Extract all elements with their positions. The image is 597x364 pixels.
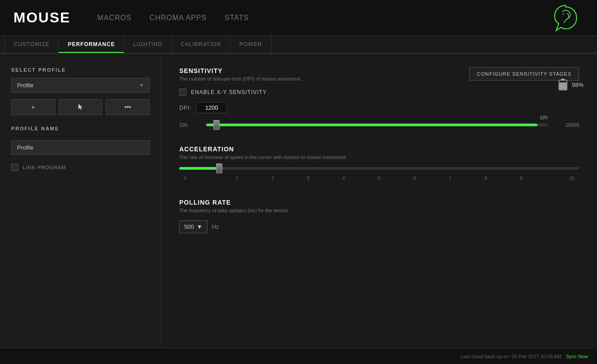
- acceleration-track-bg: [179, 167, 579, 170]
- nav-item-macros[interactable]: MACROS: [97, 12, 131, 24]
- footer-backup-text: Last cloud back-up on: 03 Feb 2017 10:04…: [460, 354, 561, 359]
- polling-rate-desc: The frequency of data updates (Hz) for t…: [179, 208, 579, 213]
- add-profile-button[interactable]: +: [11, 99, 55, 115]
- link-program-section[interactable]: LINK PROGRAM: [11, 164, 150, 171]
- right-panel: 98% SENSITIVITY The number of dots-per-i…: [161, 54, 597, 348]
- polling-value: 500: [184, 223, 194, 230]
- enable-xy-checkbox[interactable]: [179, 89, 186, 96]
- tick-3: 3: [290, 176, 326, 181]
- select-profile-label: SELECT PROFILE: [11, 67, 150, 73]
- dropdown-arrow-icon: ▼: [139, 83, 144, 88]
- sensitivity-section: SENSITIVITY The number of dots-per-inch …: [179, 67, 579, 128]
- sub-nav-power[interactable]: POWER: [230, 36, 271, 53]
- tick-1: 1: [219, 176, 255, 181]
- tick-6: 6: [397, 176, 433, 181]
- polling-rate-dropdown[interactable]: 500 ▼: [179, 220, 208, 233]
- top-nav: MOUSE MACROS CHROMA APPS STATS: [0, 0, 597, 36]
- profile-name-label: PROFILE NAME: [11, 126, 150, 131]
- profile-dropdown[interactable]: Profile ▼: [11, 78, 150, 93]
- acceleration-desc: The rate of increase of speed in the cur…: [179, 154, 579, 160]
- tick-4: 4: [326, 176, 361, 181]
- battery-area: 98%: [558, 78, 584, 91]
- tick-0: 0: [184, 176, 219, 181]
- nav-items: MACROS CHROMA APPS STATS: [97, 12, 548, 24]
- sub-nav-calibration[interactable]: CALIBRATION: [172, 36, 230, 53]
- acceleration-title: ACCELERATION: [179, 146, 579, 153]
- acceleration-ticks: 0 1 2 3 4 5 6 7 8 9 10: [179, 173, 579, 181]
- svg-rect-3: [559, 82, 567, 90]
- dpi-value[interactable]: 1200: [196, 102, 227, 113]
- tick-2: 2: [255, 176, 290, 181]
- razer-logo: [548, 0, 584, 36]
- nav-item-chroma-apps[interactable]: CHROMA APPS: [150, 12, 207, 24]
- svg-rect-2: [561, 79, 565, 81]
- polling-rate-section: POLLING RATE The frequency of data updat…: [179, 199, 579, 233]
- tick-10: 10: [539, 176, 575, 181]
- enable-xy-row: ENABLE X-Y SENSITIVITY: [179, 89, 579, 96]
- polling-rate-title: POLLING RATE: [179, 199, 579, 206]
- polling-row: 500 ▼ Hz: [179, 220, 579, 233]
- sensitivity-max: 16000: [552, 122, 579, 128]
- polling-arrow-icon: ▼: [197, 223, 203, 230]
- dpi-row: DPI: 1200: [179, 102, 579, 113]
- more-options-button[interactable]: •••: [106, 99, 150, 115]
- enable-xy-label: ENABLE X-Y SENSITIVITY: [191, 89, 267, 95]
- tick-9: 9: [503, 176, 539, 181]
- sensitivity-track[interactable]: DPI: [206, 124, 548, 126]
- sub-nav: CUSTOMIZE PERFORMANCE LIGHTING CALIBRATI…: [0, 36, 597, 54]
- sub-nav-customize[interactable]: CUSTOMIZE: [4, 36, 59, 53]
- sub-nav-performance[interactable]: PERFORMANCE: [59, 36, 124, 53]
- footer: Last cloud back-up on: 03 Feb 2017 10:04…: [0, 348, 597, 364]
- acceleration-track[interactable]: [179, 167, 579, 170]
- hz-label: Hz: [212, 223, 219, 230]
- cursor-icon: [78, 103, 84, 111]
- sync-now-link[interactable]: Sync Now: [566, 354, 588, 359]
- profile-actions: + •••: [11, 99, 150, 115]
- sensitivity-thumb[interactable]: [213, 120, 220, 130]
- sensitivity-title: SENSITIVITY: [179, 67, 302, 74]
- app-title: MOUSE: [13, 9, 70, 26]
- acceleration-track-fill: [179, 167, 219, 170]
- tick-7: 7: [433, 176, 468, 181]
- battery-percent: 98%: [572, 81, 584, 88]
- sensitivity-min: 100: [179, 122, 202, 128]
- profile-name-input[interactable]: [11, 140, 150, 155]
- nav-item-stats[interactable]: STATS: [225, 12, 249, 24]
- main-content: SELECT PROFILE Profile ▼ + ••• PROFILE N…: [0, 54, 597, 348]
- profile-value: Profile: [17, 82, 34, 89]
- sensitivity-track-fill: [206, 124, 537, 126]
- sensitivity-desc: The number of dots-per-inch (DPI) of mou…: [179, 76, 302, 81]
- sensitivity-dpi-label: DPI: [540, 116, 548, 120]
- svg-point-0: [563, 13, 564, 15]
- acceleration-slider[interactable]: [179, 167, 579, 170]
- tick-5: 5: [361, 176, 397, 181]
- profile-name-section: PROFILE NAME: [11, 126, 150, 155]
- acceleration-thumb[interactable]: [216, 163, 222, 173]
- sensitivity-slider[interactable]: 100 DPI 16000: [179, 122, 579, 128]
- battery-icon: [558, 78, 568, 91]
- sub-nav-lighting[interactable]: LIGHTING: [124, 36, 172, 53]
- acceleration-section: ACCELERATION The rate of increase of spe…: [179, 146, 579, 181]
- sidebar: SELECT PROFILE Profile ▼ + ••• PROFILE N…: [0, 54, 161, 348]
- link-program-label: LINK PROGRAM: [23, 165, 66, 170]
- dpi-label: DPI:: [179, 105, 191, 111]
- cursor-profile-button[interactable]: [59, 99, 103, 115]
- tick-8: 8: [468, 176, 503, 181]
- link-program-checkbox[interactable]: [11, 164, 18, 171]
